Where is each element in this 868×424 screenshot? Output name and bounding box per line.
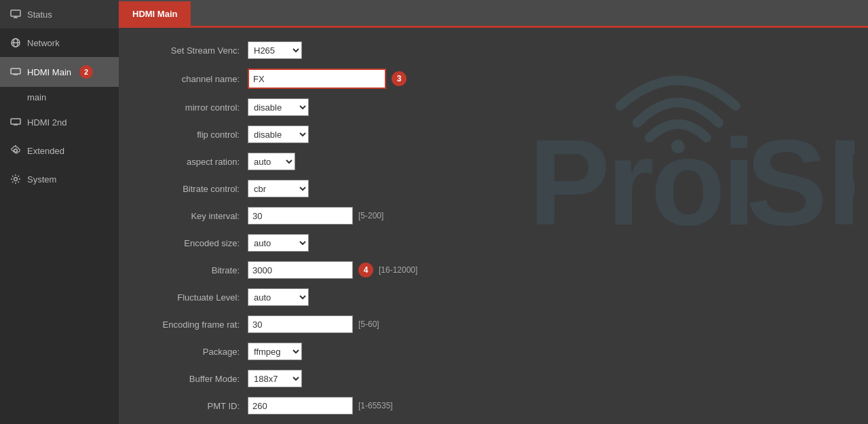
sidebar-item-extended[interactable]: Extended	[0, 136, 119, 165]
set-stream-venc-label: Set Stream Venc:	[139, 45, 248, 56]
aspect-ration-select[interactable]: auto 4:3 16:9	[248, 153, 295, 170]
pmt-id-row: PMT ID: [1-65535]	[139, 397, 848, 415]
buffer-mode-row: Buffer Mode: 188x7 188x5	[139, 370, 848, 387]
sidebar-item-status[interactable]: Status	[0, 0, 119, 28]
sidebar-item-system[interactable]: System	[0, 165, 119, 193]
sidebar-item-hdmi-main-label: HDMI Main	[27, 67, 71, 77]
channel-name-row: channel name: 3	[139, 69, 848, 89]
fluctuate-level-row: Fluctuate Level: auto low medium high	[139, 288, 848, 306]
encoding-frame-rat-input[interactable]	[248, 315, 353, 333]
flip-control-label: flip control:	[139, 130, 248, 140]
buffer-mode-select[interactable]: 188x7 188x5	[248, 370, 302, 387]
hdmi-main-icon	[10, 66, 22, 78]
encoded-size-select[interactable]: auto 1920x1080 1280x720	[248, 234, 309, 252]
bitrate-row: Bitrate: 4 [16-12000]	[139, 261, 848, 279]
tab-hdmi-main[interactable]: HDMI Main	[119, 1, 191, 26]
pmt-id-label: PMT ID:	[139, 401, 248, 411]
tab-bar: HDMI Main	[119, 0, 868, 26]
sidebar-sub-label: main	[27, 92, 46, 102]
system-gear-icon	[10, 173, 22, 185]
svg-rect-8	[11, 119, 20, 124]
extended-gear-icon	[10, 144, 22, 157]
encoding-frame-rat-hint: [5-60]	[358, 320, 379, 329]
package-label: Package:	[139, 347, 248, 357]
bitrate-label: Bitrate:	[139, 265, 248, 275]
key-interval-label: Key interval:	[139, 211, 248, 221]
mirror-control-row: mirror control: disable enable	[139, 98, 848, 116]
flip-control-row: flip control: disable enable	[139, 126, 848, 143]
pmt-id-input[interactable]	[248, 397, 353, 415]
sidebar-item-system-label: System	[27, 174, 56, 185]
set-stream-venc-row: Set Stream Venc: H265 H264	[139, 41, 848, 59]
monitor-icon	[10, 8, 22, 20]
key-interval-hint: [5-200]	[358, 211, 383, 220]
sidebar-item-hdmi-main[interactable]: HDMI Main 2	[0, 57, 119, 87]
hdmi-main-badge: 2	[79, 65, 93, 79]
channel-name-highlight	[248, 69, 386, 89]
step-4-badge: 4	[358, 263, 373, 277]
encoding-frame-rat-label: Encoding frame rat:	[139, 320, 248, 330]
aspect-ration-row: aspect ration: auto 4:3 16:9	[139, 153, 848, 170]
set-stream-venc-select[interactable]: H265 H264	[248, 41, 302, 59]
hdmi-2nd-icon	[10, 116, 22, 128]
pmt-id-hint: [1-65535]	[358, 401, 393, 410]
form-area: Pro i SP Set Stream Venc: H265 H264 chan…	[119, 28, 868, 424]
key-interval-input[interactable]	[248, 207, 353, 225]
bitrate-control-select[interactable]: cbr vbr	[248, 180, 309, 197]
sidebar: Status Network HDMI Main 2 main HDMI 2nd	[0, 0, 119, 424]
bitrate-hint: [16-12000]	[379, 265, 417, 275]
encoded-size-label: Encoded size:	[139, 238, 248, 248]
bitrate-control-row: Bitrate control: cbr vbr	[139, 180, 848, 197]
flip-control-select[interactable]: disable enable	[248, 126, 309, 143]
svg-point-10	[14, 178, 18, 181]
encoding-frame-rat-row: Encoding frame rat: [5-60]	[139, 315, 848, 333]
fluctuate-level-label: Fluctuate Level:	[139, 292, 248, 303]
sidebar-item-main-sub[interactable]: main	[0, 87, 119, 108]
content-area: HDMI Main Pro i	[119, 0, 868, 424]
key-interval-row: Key interval: [5-200]	[139, 207, 848, 225]
bitrate-control-label: Bitrate control:	[139, 184, 248, 194]
buffer-mode-label: Buffer Mode:	[139, 374, 248, 384]
bitrate-input[interactable]	[248, 261, 353, 279]
encoded-size-row: Encoded size: auto 1920x1080 1280x720	[139, 234, 848, 252]
channel-name-label: channel name:	[139, 74, 248, 84]
sidebar-item-extended-label: Extended	[27, 146, 64, 156]
aspect-ration-label: aspect ration:	[139, 157, 248, 167]
fluctuate-level-select[interactable]: auto low medium high	[248, 288, 309, 306]
svg-rect-6	[11, 69, 20, 74]
globe-icon	[10, 37, 22, 49]
step-3-badge: 3	[392, 71, 407, 86]
mirror-control-select[interactable]: disable enable	[248, 98, 309, 116]
mirror-control-label: mirror control:	[139, 102, 248, 113]
sidebar-item-hdmi-2nd-label: HDMI 2nd	[27, 117, 67, 128]
package-row: Package: ffmpeg ts	[139, 343, 848, 360]
sidebar-item-network-label: Network	[27, 38, 60, 48]
sidebar-item-network[interactable]: Network	[0, 28, 119, 57]
sidebar-item-status-label: Status	[27, 9, 52, 20]
channel-name-input[interactable]	[249, 70, 385, 88]
sidebar-item-hdmi-2nd[interactable]: HDMI 2nd	[0, 108, 119, 136]
svg-rect-0	[11, 10, 20, 16]
package-select[interactable]: ffmpeg ts	[248, 343, 302, 360]
